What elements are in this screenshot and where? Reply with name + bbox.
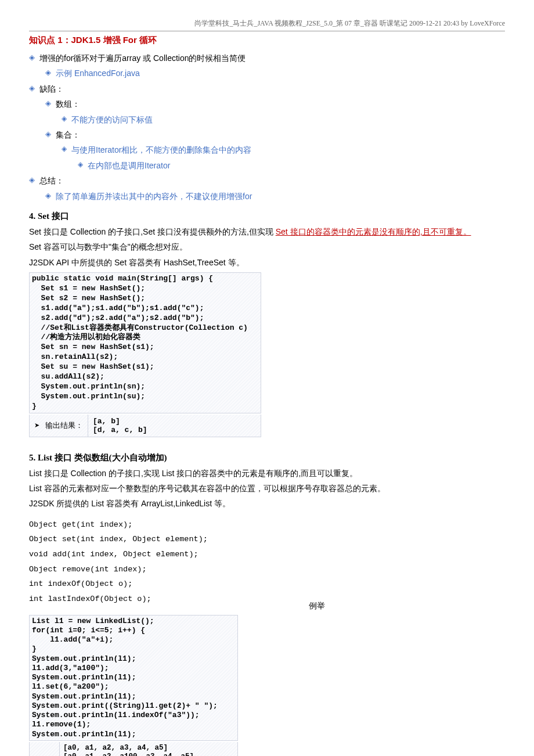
paragraph: List 接口是 Collection 的子接口,实现 List 接口的容器类中…: [29, 467, 505, 480]
diamond-icon: ◈: [45, 67, 51, 79]
output-value: [a0, a1, a2, a3, a4, a5] [a0, a1, a2, a1…: [60, 742, 238, 756]
diamond-icon: ◈: [62, 113, 67, 124]
output-value: [a, b] [d, a, c, b]: [88, 415, 261, 437]
diamond-icon: ◈: [29, 52, 35, 64]
paragraph: List 容器的元素都对应一个整数型的序号记载其在容器中的位置，可以根据序号存取…: [29, 482, 505, 495]
diamond-icon: ◈: [78, 159, 83, 170]
output-label: 结果：: [29, 742, 60, 756]
bullet-text: 示例 EnhancedFor.java: [56, 67, 140, 80]
bullet-list: ◈增强的for循环对于遍历array 或 Collection的时候相当简便 ◈…: [29, 52, 505, 203]
output-row: ➤输出结果： [a, b] [d, a, c, b]: [29, 415, 261, 437]
code-block-set: public static void main(String[] args) {…: [29, 272, 261, 413]
triangle-icon: ➤: [34, 422, 39, 429]
bullet-text: 增强的for循环对于遍历array 或 Collection的时候相当简便: [39, 52, 246, 64]
diamond-icon: ◈: [45, 128, 51, 141]
paragraph: Set 接口是 Collection 的子接口,Set 接口没有提供额外的方法,…: [29, 225, 505, 238]
bullet-text: 数组：: [56, 98, 80, 110]
diamond-icon: ◈: [45, 190, 51, 202]
section-heading-set: 4. Set 接口: [29, 211, 505, 222]
output-label: ➤输出结果：: [29, 415, 88, 437]
paragraph: J2SDK API 中所提供的 Set 容器类有 HashSet,TreeSet…: [29, 256, 505, 269]
bullet-text: 在内部也是调用Iterator: [88, 159, 170, 172]
bullet-text: 集合：: [56, 128, 80, 141]
output-label-text: 输出结果：: [45, 420, 83, 431]
code-block-list: List l1 = new LinkedList(); for(int i=0;…: [29, 615, 238, 741]
knowledge-point-title: 知识点 1：JDK1.5 增强 For 循环: [29, 35, 505, 46]
paragraph: Set 容器可以与数学中"集合"的概念想对应。: [29, 240, 505, 253]
bullet-text: 缺陷：: [39, 82, 64, 95]
diamond-icon: ◈: [62, 143, 67, 154]
bullet-text: 与使用Iterator相比，不能方便的删除集合中的内容: [71, 143, 251, 156]
example-label: 例举: [309, 601, 325, 611]
diamond-icon: ◈: [29, 82, 35, 95]
output-row: 结果： [a0, a1, a2, a3, a4, a5] [a0, a1, a2…: [29, 742, 238, 756]
bullet-text: 除了简单遍历并读出其中的内容外，不建议使用增强for: [56, 190, 252, 203]
paragraph: J2SDK 所提供的 List 容器类有 ArrayList,LinkedLis…: [29, 497, 505, 510]
bullet-text: 总结：: [39, 174, 64, 187]
methods-block: Object get(int index); Object set(int in…: [29, 513, 505, 611]
text: Set 接口是 Collection 的子接口,Set 接口没有提供额外的方法,…: [29, 227, 276, 236]
diamond-icon: ◈: [29, 174, 35, 186]
highlight-text: Set 接口的容器类中的元素是没有顺序的,且不可重复。: [276, 227, 471, 236]
page-header: 尚学堂科技_马士兵_JAVA 视频教程_J2SE_5.0_第 07 章_容器 听…: [29, 19, 505, 31]
methods-code: Object get(int index); Object set(int in…: [29, 517, 208, 607]
bullet-text: 不能方便的访问下标值: [71, 113, 153, 126]
diamond-icon: ◈: [45, 98, 51, 110]
section-heading-list: 5. List 接口 类似数组(大小自动增加): [29, 452, 505, 463]
